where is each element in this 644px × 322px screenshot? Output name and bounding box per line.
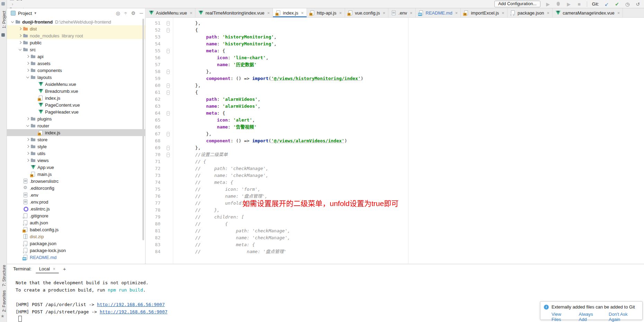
git-commit-icon[interactable]: ✔ — [614, 1, 620, 7]
tree-item[interactable]: .gitignore — [7, 212, 145, 219]
tree-item[interactable]: .env.prod — [7, 198, 145, 205]
tree-item[interactable]: babel.config.js — [7, 226, 145, 233]
tree-item[interactable]: router — [7, 122, 145, 129]
fold-marker-icon[interactable] — [162, 20, 174, 27]
tree-item[interactable]: Breadcrumb.vue — [7, 88, 145, 95]
stop-icon[interactable]: ■ — [576, 1, 582, 7]
fold-marker-icon[interactable] — [162, 151, 174, 158]
tree-item[interactable]: src — [7, 46, 145, 53]
chevron-right-icon[interactable] — [17, 26, 23, 32]
chevron-right-icon[interactable] — [25, 116, 30, 122]
fold-marker-icon[interactable] — [162, 110, 174, 117]
fold-marker-icon[interactable] — [162, 68, 174, 75]
run-with-coverage-icon[interactable]: ▶ — [566, 1, 572, 7]
breadcrumb-item[interactable]: src — [9, 0, 47, 1]
tree-item[interactable]: plugins — [7, 115, 145, 122]
close-tab-icon[interactable]: × — [339, 10, 342, 16]
hide-panel-icon[interactable]: ─ — [140, 10, 143, 16]
tree-item[interactable]: package-lock.json — [7, 247, 145, 254]
tree-item[interactable]: package.json — [7, 240, 145, 247]
tree-item[interactable]: AsideMenu.vue — [7, 81, 145, 88]
project-scrollbar[interactable] — [142, 19, 144, 240]
chevron-right-icon[interactable] — [25, 158, 30, 163]
tree-item[interactable]: api — [7, 53, 145, 60]
tree-item[interactable]: layouts — [7, 74, 145, 81]
editor-tab[interactable]: cameraManage\index.vue× — [553, 8, 623, 17]
view-files-link[interactable]: View Files — [552, 312, 571, 322]
editor-tab[interactable]: .env× — [388, 8, 415, 17]
fold-marker-icon[interactable] — [162, 89, 174, 96]
new-terminal-icon[interactable]: + — [63, 266, 66, 272]
tree-item[interactable]: main.js — [7, 171, 145, 178]
editor-tab[interactable]: realTimeMonitoring\index.vue× — [195, 8, 273, 17]
close-tab-icon[interactable]: × — [383, 10, 386, 16]
tree-item[interactable]: PageHeader.vue — [7, 108, 145, 115]
project-tool-icon[interactable] — [1, 2, 5, 6]
history-clock-icon[interactable]: ◷ — [625, 1, 630, 7]
favorites-star-icon[interactable]: ★ — [1, 314, 5, 319]
chevron-right-icon[interactable] — [25, 151, 30, 156]
run-icon[interactable]: ▶ — [545, 1, 551, 7]
debug-bug-icon[interactable] — [556, 1, 561, 7]
tree-item[interactable]: components — [7, 67, 145, 74]
chevron-right-icon[interactable] — [25, 144, 30, 149]
tree-item[interactable]: node_moduleslibrary root — [7, 32, 145, 39]
chevron-down-icon[interactable] — [10, 19, 15, 25]
rollback-icon[interactable]: ↺ — [635, 1, 641, 7]
fold-marker-icon[interactable] — [162, 131, 174, 137]
editor-tab[interactable]: index.js× — [273, 8, 307, 17]
fold-marker-icon[interactable] — [162, 82, 174, 89]
tree-item[interactable]: .eslintrc.js — [7, 205, 145, 212]
chevron-right-icon[interactable] — [25, 68, 30, 73]
chevron-right-icon[interactable] — [17, 33, 23, 38]
tree-item[interactable]: auth.json — [7, 219, 145, 226]
close-tab-icon[interactable]: × — [301, 10, 304, 16]
chevron-right-icon[interactable] — [25, 61, 30, 66]
chevron-down-icon[interactable]: ▼ — [34, 11, 37, 15]
chevron-right-icon[interactable] — [17, 40, 23, 45]
stripe-item-structure[interactable]: 7: Structure — [0, 263, 7, 288]
tree-item[interactable]: assets — [7, 60, 145, 67]
terminal-link[interactable]: http://192.168.66.56:9007 — [97, 302, 165, 307]
chevron-down-icon[interactable] — [25, 123, 30, 128]
chevron-down-icon[interactable] — [25, 74, 30, 80]
editor-tab[interactable]: vue.config.js× — [345, 8, 389, 17]
stripe-item-favorites[interactable]: 2: Favorites — [0, 289, 7, 314]
tree-item[interactable]: .browserslistrc — [7, 178, 145, 185]
editor-tab[interactable]: importExcel.js× — [461, 8, 508, 17]
chevron-right-icon[interactable] — [25, 137, 30, 142]
close-tab-icon[interactable]: × — [617, 10, 620, 16]
fold-marker-icon[interactable] — [162, 27, 174, 34]
tree-item[interactable]: utils — [7, 150, 145, 157]
dont-ask-again-link[interactable]: Don't Ask Again — [609, 312, 639, 322]
code-editor[interactable]: 51 },52 {53 path: 'historyMonitoring',54… — [146, 18, 644, 263]
tree-item[interactable]: index.js — [7, 95, 145, 101]
settings-gear-icon[interactable]: ⚙ — [131, 10, 136, 16]
tree-item[interactable]: dist.zip — [7, 233, 145, 240]
chevron-right-icon[interactable] — [25, 54, 30, 59]
tree-item[interactable]: duoji-frontendD:\zheheWeb\duoji-frontend — [7, 18, 145, 25]
fold-marker-icon[interactable] — [162, 144, 174, 151]
close-terminal-tab-icon[interactable]: × — [53, 267, 55, 271]
tree-item[interactable]: index.js — [7, 129, 145, 136]
tree-item[interactable]: views — [7, 157, 145, 164]
tree-item[interactable]: store — [7, 136, 145, 143]
editor-tab[interactable]: http-api.js× — [307, 8, 345, 17]
terminal-tab-local[interactable]: Local × — [38, 264, 57, 274]
editor-tab[interactable]: AsideMenu.vue× — [146, 8, 195, 17]
tree-item[interactable]: style — [7, 143, 145, 150]
git-update-icon[interactable]: ↙ — [604, 1, 609, 7]
collapse-all-icon[interactable]: ÷ — [124, 10, 127, 16]
editor-tab[interactable]: package.json× — [508, 8, 553, 17]
project-panel-title[interactable]: Project — [18, 11, 32, 16]
always-add-link[interactable]: Always Add — [579, 312, 601, 322]
terminal-link[interactable]: http://192.168.66.56:9007 — [100, 309, 168, 314]
close-tab-icon[interactable]: × — [455, 10, 458, 16]
close-tab-icon[interactable]: × — [410, 10, 413, 16]
tree-item[interactable]: dist — [7, 25, 145, 32]
add-configuration-button[interactable]: Add Configuration... — [494, 1, 540, 7]
locate-file-icon[interactable]: ◎ — [116, 10, 120, 16]
close-tab-icon[interactable]: × — [502, 10, 504, 16]
editor-tab[interactable]: README.md× — [416, 8, 461, 17]
tree-item[interactable]: PageContent.vue — [7, 101, 145, 108]
